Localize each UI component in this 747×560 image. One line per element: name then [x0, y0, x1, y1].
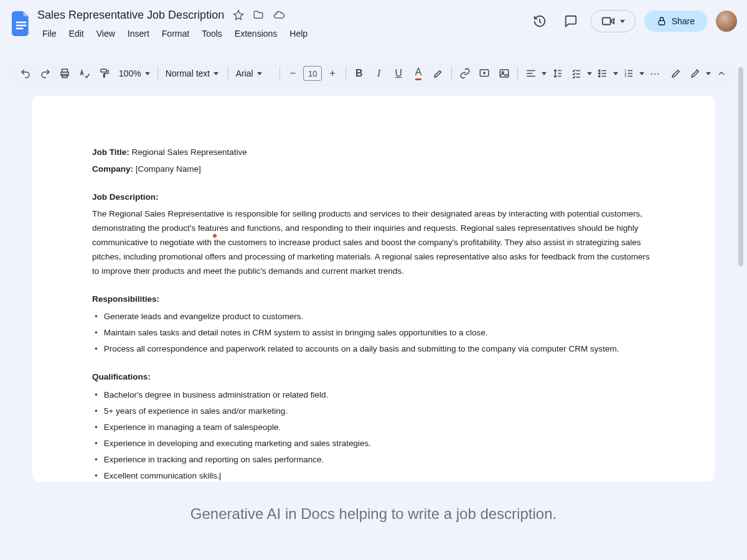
- company-value: [Company Name]: [133, 164, 201, 174]
- list-item: Experience in managing a team of salespe…: [92, 421, 655, 435]
- doc-title[interactable]: Sales Representative Job Description: [37, 9, 224, 22]
- chevron-down-icon[interactable]: [542, 72, 547, 75]
- highlight-button[interactable]: [429, 64, 448, 83]
- dictate-button[interactable]: [686, 64, 705, 83]
- decrease-font-button[interactable]: −: [284, 64, 303, 83]
- insert-link-button[interactable]: [456, 64, 474, 83]
- job-title-label: Job Title:: [92, 147, 129, 157]
- jd-heading: Job Description:: [92, 190, 655, 205]
- menu-bar: File Edit View Insert Format Tools Exten…: [37, 26, 312, 41]
- bulleted-list-button[interactable]: [593, 64, 612, 83]
- star-icon[interactable]: [233, 9, 244, 21]
- move-icon[interactable]: [253, 9, 264, 21]
- scrollbar[interactable]: [738, 67, 745, 453]
- jd-body: The Regional Sales Representative is res…: [92, 207, 655, 279]
- list-item: Generate leads and evangelize product to…: [92, 310, 655, 324]
- qualifications-list: Bachelor's degree in business administra…: [92, 388, 655, 482]
- align-button[interactable]: [522, 64, 540, 83]
- chevron-down-icon: [257, 72, 262, 75]
- chevron-down-icon[interactable]: [613, 72, 618, 75]
- line-spacing-button[interactable]: [548, 64, 566, 83]
- cloud-status-icon[interactable]: [273, 9, 285, 21]
- italic-button[interactable]: I: [370, 64, 388, 83]
- undo-button[interactable]: [16, 64, 35, 83]
- menu-edit[interactable]: Edit: [64, 26, 89, 41]
- list-item: Excellent communication skills.: [92, 469, 655, 482]
- lock-icon: [657, 16, 667, 26]
- svg-rect-0: [16, 22, 27, 24]
- font-select[interactable]: Arial: [232, 68, 276, 78]
- underline-button[interactable]: U: [389, 64, 408, 83]
- toolbar: 100% Normal text Arial − 10 + B I U A 12…: [9, 60, 738, 87]
- font-size-input[interactable]: 10: [303, 66, 322, 81]
- text-color-button[interactable]: A: [409, 64, 428, 83]
- redo-button[interactable]: [36, 64, 55, 83]
- add-comment-button[interactable]: [476, 64, 494, 83]
- cursor-indicator-icon: [213, 234, 217, 238]
- bold-button[interactable]: B: [350, 64, 369, 83]
- menu-format[interactable]: Format: [157, 26, 194, 41]
- chevron-down-icon: [145, 72, 150, 75]
- svg-rect-4: [659, 21, 664, 25]
- print-button[interactable]: [56, 64, 75, 83]
- list-item: Bachelor's degree in business administra…: [92, 388, 655, 403]
- svg-point-13: [599, 73, 600, 74]
- numbered-list-button[interactable]: 123: [619, 64, 638, 83]
- menu-file[interactable]: File: [37, 26, 62, 41]
- collapse-toolbar-button[interactable]: [712, 64, 731, 83]
- increase-font-button[interactable]: +: [323, 64, 342, 83]
- scroll-thumb[interactable]: [738, 67, 743, 266]
- docs-logo[interactable]: [10, 9, 32, 39]
- svg-rect-2: [16, 28, 24, 30]
- style-select[interactable]: Normal text: [162, 68, 224, 78]
- editing-mode-button[interactable]: [667, 64, 685, 83]
- spellcheck-button[interactable]: [75, 64, 94, 83]
- history-icon[interactable]: [529, 10, 551, 32]
- more-button[interactable]: ⋯: [646, 64, 664, 83]
- comment-icon[interactable]: [560, 10, 582, 32]
- list-item: Experience in developing and executing m…: [92, 437, 655, 451]
- svg-rect-10: [500, 70, 509, 77]
- list-item: Experience in tracking and reporting on …: [92, 453, 655, 467]
- caption: Generative AI in Docs helping to write a…: [0, 505, 747, 523]
- svg-point-12: [599, 70, 600, 71]
- svg-rect-8: [101, 69, 106, 72]
- responsibilities-list: Generate leads and evangelize product to…: [92, 310, 655, 357]
- checklist-button[interactable]: [568, 64, 586, 83]
- menu-tools[interactable]: Tools: [197, 26, 227, 41]
- document-page[interactable]: Job Title: Regional Sales Representative…: [32, 96, 715, 482]
- list-item: Maintain sales tasks and detail notes in…: [92, 326, 655, 340]
- zoom-select[interactable]: 100%: [115, 68, 154, 78]
- chevron-down-icon[interactable]: [639, 72, 644, 75]
- menu-view[interactable]: View: [92, 26, 120, 41]
- menu-help[interactable]: Help: [284, 26, 312, 41]
- paint-format-button[interactable]: [95, 64, 114, 83]
- chevron-down-icon[interactable]: [587, 72, 592, 75]
- qualifications-heading: Qualifications:: [92, 370, 655, 385]
- insert-image-button[interactable]: [495, 64, 514, 83]
- menu-extensions[interactable]: Extensions: [230, 26, 282, 41]
- menu-insert[interactable]: Insert: [123, 26, 154, 41]
- responsibilities-heading: Responsibilities:: [92, 292, 655, 307]
- share-label: Share: [672, 16, 695, 26]
- svg-rect-1: [16, 25, 27, 27]
- avatar[interactable]: [716, 11, 737, 32]
- job-title-value: Regional Sales Representative: [129, 147, 247, 157]
- svg-rect-3: [602, 18, 610, 25]
- svg-text:3: 3: [624, 74, 626, 78]
- meet-button[interactable]: [591, 10, 636, 32]
- chevron-down-icon[interactable]: [706, 72, 711, 75]
- list-item: 5+ years of experience in sales and/or m…: [92, 404, 655, 419]
- chevron-down-icon: [214, 72, 218, 75]
- share-button[interactable]: Share: [644, 11, 707, 32]
- camera-icon: [601, 14, 615, 28]
- svg-point-14: [599, 75, 600, 77]
- company-label: Company:: [92, 164, 133, 174]
- chevron-down-icon: [620, 20, 625, 23]
- list-item: Process all correspondence and paperwork…: [92, 342, 655, 357]
